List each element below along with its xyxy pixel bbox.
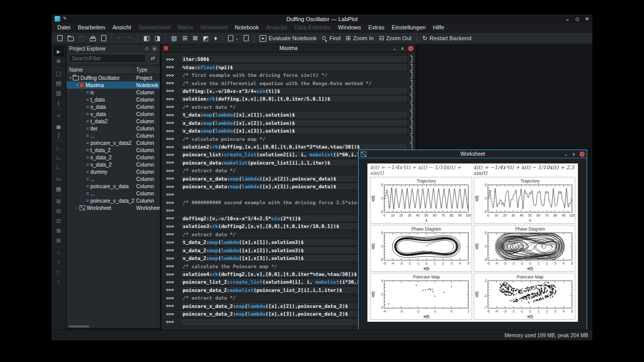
fit-curve-icon[interactable]: ∫ xyxy=(54,130,63,140)
expander-icon[interactable]: ∨ xyxy=(68,76,73,80)
axis-both-icon[interactable]: ∟ xyxy=(54,142,63,152)
tree-column-header[interactable]: Name Type xyxy=(67,65,160,74)
tree-item-poincare-v-data-2[interactable]: ≡poincare_v_data_2Column xyxy=(67,197,160,204)
distribute-vertical-icon[interactable]: ∶ xyxy=(54,277,63,287)
maximize-button[interactable]: ◇ xyxy=(575,14,579,23)
zoom-x-select-icon[interactable]: ▤ xyxy=(54,78,63,88)
tree-item-x-data[interactable]: ≡x_dataColumn xyxy=(67,103,160,110)
zoom-in-view-icon[interactable]: ⊞ xyxy=(54,196,63,206)
new-button[interactable] xyxy=(55,35,65,42)
filter-options-button[interactable]: ⇄ xyxy=(148,54,158,64)
tree-item-poincare-v-data2[interactable]: ≡poincare_v_data2Column xyxy=(67,139,160,146)
tree-item-ic[interactable]: ≡icColumn xyxy=(67,89,160,96)
text-cursor-icon[interactable]: I xyxy=(54,98,63,108)
axis-bottom-icon[interactable]: ∟ xyxy=(54,152,63,162)
worksheet-maximize-button[interactable]: ∧ xyxy=(572,152,575,157)
insert-text-entry-button[interactable] xyxy=(241,35,251,42)
insert-command-entry-button[interactable]: ⌄ xyxy=(226,35,242,42)
distribute-horizontal-icon[interactable]: ∷ xyxy=(54,268,63,277)
close-dock-icon[interactable]: ✕ xyxy=(152,46,157,52)
project-explorer-header[interactable]: Project Explorer ◇ ✕ xyxy=(67,44,160,53)
notebook-entry[interactable]: >>>solution:rk(duffing,[x,v],[0,0],[t,0,… xyxy=(162,95,415,103)
select-cursor-icon[interactable]: ► xyxy=(54,46,63,56)
notebook-zoom-button[interactable]: ◩ xyxy=(200,34,211,42)
print-button[interactable] xyxy=(87,35,99,42)
tree-item-v-data[interactable]: ≡v_dataColumn xyxy=(67,110,160,118)
maxima-maximize-button[interactable]: ∧ xyxy=(400,46,404,51)
title-bar[interactable]: ✎ Duffing Oscillator — LabPlot ⌄ ◇ ✕ xyxy=(52,14,592,23)
command-input[interactable]: duffing:[v,-v/10+x-x^3/4+sin(t)]$ xyxy=(180,87,408,95)
tree-item-v-data-2[interactable]: ≡v_data_2Column xyxy=(67,161,160,168)
axis-left-icon[interactable]: ∟ xyxy=(54,162,63,172)
type-column-header[interactable]: Type xyxy=(134,66,160,74)
zoom-fit-icon[interactable]: ⊡ xyxy=(54,216,63,226)
minimize-button[interactable]: ⌄ xyxy=(566,14,570,23)
command-input[interactable]: x_data:map(lambda([x],x[2]),solution)$ xyxy=(180,119,408,127)
menu-notebook[interactable]: Notebook xyxy=(231,23,263,32)
plot-phase-diagram-1[interactable]: -5-4-3-2-1012345-505Phase Diagramx(t)v(t… xyxy=(370,225,472,272)
zoom-select-icon[interactable]: ▢ xyxy=(54,69,63,78)
notebook-entry[interactable]: >>>%tau:bfloat(%pi)$ xyxy=(162,63,415,71)
export-button[interactable] xyxy=(99,35,109,42)
menu-bearbeiten[interactable]: Bearbeiten xyxy=(74,23,109,32)
xy-curve-icon[interactable]: ≈ xyxy=(54,110,63,120)
menu-ansicht[interactable]: Ansicht xyxy=(109,23,135,32)
notebook-entry[interactable]: >>>solution2:rk(duffing,[x,v],[0,0],[t,0… xyxy=(162,143,415,151)
worksheet-title-bar[interactable]: Worksheet ⌄ ∧ ✕ xyxy=(359,150,587,158)
command-input[interactable]: %tau:bfloat(%pi)$ xyxy=(180,63,408,71)
zoom-fit-x-icon[interactable]: ⊠ xyxy=(54,226,63,236)
notebook-entry[interactable]: >>>/* extract data */ xyxy=(162,103,415,111)
image-icon[interactable]: ▦ xyxy=(54,184,63,194)
plot-poincare-map-1[interactable]: -4-3-2-101024Poincare Mapx(t)v(t) xyxy=(370,273,472,320)
close-button[interactable]: ✕ xyxy=(585,14,589,23)
notebook-entry[interactable]: >>>duffing:[v,-v/10+x-x^3/4+sin(t)]$ xyxy=(162,87,415,95)
notebook-statistics-button[interactable]: ▤ xyxy=(169,34,180,42)
crosshair-cursor-icon[interactable]: ⊕ xyxy=(54,56,63,66)
zoom-out-button[interactable]: ⊟ Zoom Out xyxy=(376,34,414,42)
expander-icon[interactable]: ∨ xyxy=(75,83,79,87)
tree-item-x-data-2[interactable]: ≡x_data_2Column xyxy=(67,154,160,161)
zoom-out-view-icon[interactable]: ⊟ xyxy=(54,206,63,216)
align-vertical-icon[interactable]: ∵ xyxy=(54,258,63,268)
dock-layout-toggle-left[interactable]: ◧ xyxy=(141,34,152,42)
notebook-entry[interactable]: >>>iter:500$ xyxy=(162,55,415,63)
tree-item-item[interactable]: ≡...Column xyxy=(67,190,160,197)
notebook-entry[interactable]: >>>/* solve the differential equation wi… xyxy=(162,79,415,87)
worksheet-close-button[interactable]: ✕ xyxy=(579,152,585,157)
tree-item-maxima[interactable]: ∨MaximaNotebook xyxy=(67,81,160,89)
equation-label-1[interactable]: ẍ(t) = −1/4x³(t) + x(t) − 1/10ẋ(t) + sin… xyxy=(370,164,472,176)
histogram-icon[interactable]: ▄ xyxy=(54,120,63,130)
tree-item-item[interactable]: ≡...Column xyxy=(67,132,160,139)
zoom-fit-y-icon[interactable]: ⊞ xyxy=(54,236,63,245)
notebook-entry[interactable]: >>>v_data:map(lambda([x],x[3]),solution)… xyxy=(162,127,415,135)
command-input[interactable]: solution:rk(duffing,[x,v],[0,0],[t,0,ite… xyxy=(180,95,408,103)
tree-item-t-data[interactable]: ≡t_dataColumn xyxy=(67,96,160,103)
evaluate-notebook-button[interactable]: ▶ Evaluate Notebook xyxy=(257,35,319,42)
syntax-highlight-button[interactable]: ♦ xyxy=(212,34,220,42)
plot-trajectory-1[interactable]: 0102030405060708090100-505Trajectorytx(t… xyxy=(370,177,472,224)
maxima-close-button[interactable]: ✕ xyxy=(408,46,413,51)
menu-windows[interactable]: Windows xyxy=(334,23,365,32)
name-column-header[interactable]: Name xyxy=(67,66,134,74)
worksheet-minimize-button[interactable]: ⌄ xyxy=(564,152,568,157)
notebook-entry[interactable]: >>>/* calculate poincare map */ xyxy=(162,135,415,142)
equation-label-2[interactable]: ẍ(t) = −1/4x³(t) + x(t) − 1/10ẋ(t) + 2.5… xyxy=(474,164,576,176)
zoom-in-button[interactable]: ⊞ Zoom In xyxy=(343,34,376,42)
align-horizontal-icon[interactable]: ∴ xyxy=(54,248,63,258)
tree-item-duffing-oscillator[interactable]: ∨Duffing OscillatorProject xyxy=(67,74,160,81)
notebook-entry[interactable]: >>>/* first example with the driving for… xyxy=(162,71,415,79)
tree-item-t-data-2[interactable]: ≡t_data_2Column xyxy=(67,146,160,154)
tree-item-poincare-v-data[interactable]: ≡poincare_v_dataColumn xyxy=(67,183,160,190)
menu-einstellungen[interactable]: Einstellungen xyxy=(388,23,429,32)
plot-poincare-map-2[interactable]: -5-4-3-2-10123452-3-7Poincare Mapx(t)v(t… xyxy=(474,273,576,320)
tree-item-dummy[interactable]: ≡dummyColumn xyxy=(67,168,160,175)
search-input[interactable] xyxy=(69,54,146,63)
plot-area-icon[interactable]: ▭ xyxy=(54,174,63,184)
menu-datei[interactable]: Datei xyxy=(54,23,74,32)
command-input[interactable]: iter:500$ xyxy=(180,55,408,63)
tree-item-item[interactable]: ≡...Column xyxy=(67,175,160,183)
float-dock-icon[interactable]: ◇ xyxy=(145,45,149,53)
restart-backend-button[interactable]: ↻ Restart Backend xyxy=(420,34,474,42)
find-button[interactable]: Find xyxy=(319,35,343,42)
plot-trajectory-2[interactable]: 0102030405060708090100-505Trajectorytx(t… xyxy=(474,177,576,224)
